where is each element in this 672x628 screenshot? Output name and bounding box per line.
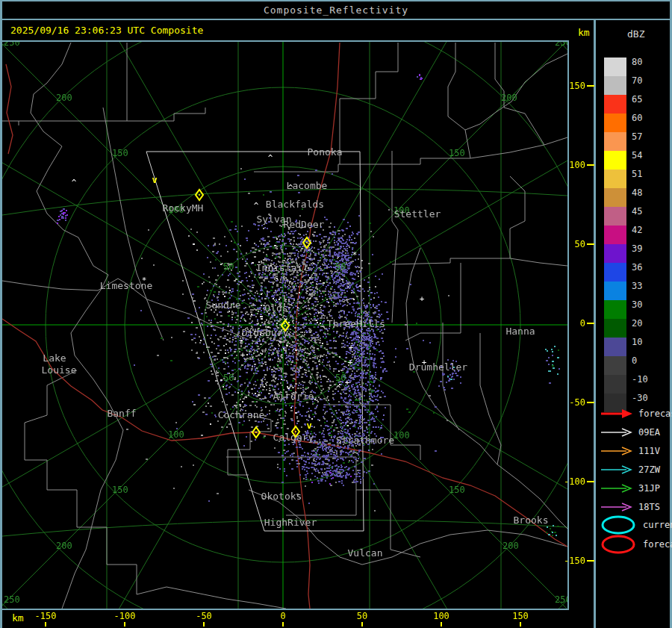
dbz-color-swatch: [604, 170, 626, 188]
right-axis-tick-label: 0: [560, 318, 585, 329]
colorbar-title: dBZ: [627, 28, 644, 40]
city-label: Airdrie: [273, 391, 314, 402]
city-label: ThreeHills: [327, 318, 385, 329]
dbz-value-label: 33: [632, 282, 642, 292]
radar-site-dot: [284, 325, 286, 326]
bottom-axis-tick-label: -100: [107, 611, 143, 621]
bottom-axis-tick-label: 100: [423, 611, 459, 621]
storm-track-arrow-icon: [600, 502, 634, 512]
city-label: Hanna: [505, 326, 535, 337]
bottom-axis-tick: [361, 622, 363, 627]
right-axis-tick: [587, 243, 594, 245]
range-ring-label: 150: [449, 148, 465, 158]
dbz-color-swatch: [604, 282, 626, 300]
legend-label: 31JP: [638, 483, 660, 494]
city-label: Sundre: [206, 299, 241, 311]
right-axis-tick-label: 50: [560, 239, 585, 249]
window-title: Composite_Reflectivity: [264, 4, 408, 16]
city-label: Stettler: [394, 208, 441, 220]
city-label: RedDeer: [284, 219, 325, 230]
storm-cell-marker: +: [348, 358, 353, 367]
dbz-value-label: 60: [632, 114, 642, 124]
bottom-axis-tick-label: 150: [503, 611, 538, 621]
legend-row-18ts: 18TS: [600, 501, 660, 513]
city-label: HighRiver: [264, 517, 317, 528]
window-title-bar: Composite_Reflectivity: [0, 0, 672, 20]
radar-site-dot: [295, 431, 296, 432]
range-ring-label: 250: [555, 594, 567, 605]
right-axis-tick-label: -150: [560, 556, 585, 566]
city-label: Innisfail: [256, 262, 308, 273]
right-axis-tick: [587, 402, 594, 403]
city-label: Cochrane: [218, 409, 265, 420]
city-label: Brooks: [514, 514, 549, 526]
dbz-value-label: 39: [632, 244, 642, 255]
dbz-value-label: 51: [632, 170, 642, 180]
bottom-axis-tick-label: -50: [186, 611, 222, 621]
map-labels-layer: 5050505010010010010015015015015020020020…: [2, 42, 567, 609]
radar-site-dot: [306, 242, 308, 243]
bottom-axis-unit-label: km: [12, 612, 24, 624]
right-axis-tick: [587, 85, 594, 87]
storm-cell-marker: +: [420, 294, 425, 304]
right-axis-tick-label: 100: [560, 160, 585, 170]
bottom-axis-tick: [520, 622, 521, 627]
storm-cell-marker: ^: [72, 178, 77, 187]
range-ring-label: 200: [503, 541, 519, 551]
dbz-color-swatch: [604, 338, 626, 356]
dbz-color-swatch: [604, 207, 626, 226]
legend-row-forecast: forecast: [600, 408, 672, 420]
range-ring-label: 50: [223, 373, 234, 383]
bottom-axis-tick: [45, 622, 46, 627]
range-ring-label: 250: [4, 594, 20, 605]
bottom-axis-tick-label: 0: [265, 611, 301, 621]
legend-label: 27ZW: [638, 464, 660, 475]
range-ring-label: 100: [168, 429, 184, 440]
right-axis-tick-label: -50: [560, 397, 585, 408]
range-ring-label: 50: [335, 261, 346, 272]
bottom-axis-tick: [282, 622, 284, 627]
radar-site-dot: [255, 432, 257, 433]
dbz-color-swatch: [604, 244, 626, 263]
bottom-axis-tick: [203, 622, 205, 627]
legend-row-27zw: 27ZW: [600, 464, 660, 476]
storm-cell-marker: *: [352, 250, 358, 260]
dbz-color-swatch: [604, 356, 626, 375]
dbz-value-label: 80: [632, 57, 642, 68]
radar-map[interactable]: 5050505010010010010015015015015020020020…: [2, 40, 569, 610]
legend-row-111v: 111V: [600, 445, 660, 457]
forecast-ellipse-icon: [600, 534, 638, 555]
legend-label: 09EA: [638, 427, 660, 438]
dbz-color-swatch: [604, 188, 626, 207]
bottom-axis-tick-label: -150: [28, 611, 63, 621]
range-ring-label: 250: [4, 42, 20, 48]
storm-cell-marker: +: [422, 358, 427, 367]
storm-track-arrow-icon: [600, 483, 634, 494]
dbz-color-swatch: [604, 76, 626, 95]
panel-divider: [594, 20, 596, 628]
legend-row-09ea: 09EA: [600, 426, 660, 438]
legend-row-forecast: forecast: [600, 534, 672, 555]
dbz-value-label: 36: [632, 263, 642, 273]
city-label: Drumheller: [409, 361, 467, 373]
storm-cell-marker: ^: [288, 183, 293, 193]
dbz-color-swatch: [604, 151, 626, 170]
storm-cell-marker: ^: [336, 384, 341, 394]
dbz-value-label: 20: [632, 319, 642, 329]
dbz-color-swatch: [604, 319, 626, 338]
storm-track-arrow-icon: [600, 446, 634, 456]
storm-cell-marker: ^: [254, 201, 259, 211]
dbz-value-label: 48: [632, 188, 642, 199]
range-ring-label: 200: [56, 93, 72, 103]
dbz-value-label: 0: [632, 356, 637, 367]
dbz-value-label: 57: [632, 132, 642, 143]
dbz-value-label: 54: [632, 151, 642, 161]
city-label: Olds: [264, 302, 287, 314]
legend-label: 18TS: [638, 502, 660, 512]
city-label: Lake: [43, 352, 66, 364]
right-axis-tick: [587, 481, 594, 482]
timestamp-label: 2025/09/16 23:06:23 UTC Composite: [10, 25, 203, 36]
right-axis-tick: [587, 560, 594, 562]
storm-cell-marker: ^: [268, 153, 273, 163]
city-label: RockyMH: [163, 202, 204, 214]
